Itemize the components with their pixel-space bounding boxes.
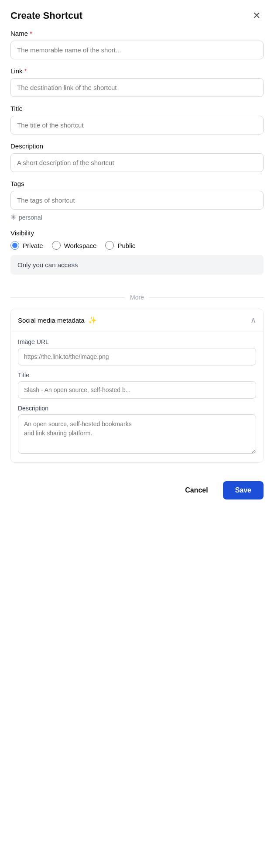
social-title-label: Title [18, 372, 256, 379]
tag-hint-label: personal [19, 214, 42, 221]
title-input[interactable] [10, 116, 264, 134]
title-field-group: Title [10, 105, 264, 134]
tags-input[interactable] [10, 191, 264, 210]
visibility-field-group: Visibility Private Workspace Public Only… [10, 229, 264, 282]
visibility-option-private[interactable]: Private [10, 241, 43, 250]
social-description-label: Description [18, 405, 256, 412]
social-title-input[interactable] [18, 381, 256, 399]
create-shortcut-modal: Create Shortcut ✕ Name * Link * Title [0, 0, 274, 512]
accordion-body: Image URL Title Description [11, 331, 263, 462]
description-label: Description [10, 142, 264, 150]
image-url-label: Image URL [18, 338, 256, 345]
modal-body: Name * Link * Title Description [0, 30, 274, 471]
link-field-group: Link * [10, 67, 264, 97]
modal-footer: Cancel Save [0, 471, 274, 512]
image-url-field-group: Image URL [18, 338, 256, 365]
name-field-group: Name * [10, 30, 264, 59]
accordion-chevron-up-icon: ∧ [250, 315, 256, 325]
modal-header: Create Shortcut ✕ [0, 0, 274, 30]
link-required-star: * [24, 67, 27, 75]
accordion-header[interactable]: Social media metadata ✨ ∧ [11, 309, 263, 331]
visibility-option-workspace[interactable]: Workspace [52, 241, 97, 250]
name-required-star: * [30, 30, 32, 37]
visibility-radio-workspace[interactable] [52, 241, 61, 250]
visibility-public-label: Public [117, 242, 135, 249]
more-divider-label: More [130, 294, 144, 301]
name-input[interactable] [10, 41, 264, 59]
visibility-description: Only you can access [10, 255, 264, 275]
social-description-textarea[interactable] [18, 414, 256, 454]
visibility-option-public[interactable]: Public [105, 241, 135, 250]
description-input[interactable] [10, 153, 264, 172]
close-button[interactable]: ✕ [250, 9, 264, 23]
tag-hint: ✳ personal [10, 213, 264, 221]
sparkle-icon: ✨ [88, 316, 97, 324]
save-button[interactable]: Save [223, 481, 264, 499]
visibility-label: Visibility [10, 229, 264, 237]
cancel-button[interactable]: Cancel [175, 481, 217, 499]
accordion-label: Social media metadata [18, 317, 85, 324]
visibility-radio-private[interactable] [10, 241, 19, 250]
visibility-workspace-label: Workspace [64, 242, 97, 249]
accordion-header-left: Social media metadata ✨ [18, 316, 97, 324]
close-icon: ✕ [253, 10, 260, 21]
image-url-input[interactable] [18, 348, 256, 365]
visibility-radio-public[interactable] [105, 241, 114, 250]
link-label: Link * [10, 67, 264, 75]
social-media-accordion: Social media metadata ✨ ∧ Image URL Titl… [10, 309, 264, 463]
title-label: Title [10, 105, 264, 112]
social-title-field-group: Title [18, 372, 256, 399]
modal-title: Create Shortcut [10, 10, 82, 21]
description-field-group: Description [10, 142, 264, 172]
link-input[interactable] [10, 78, 264, 97]
name-label: Name * [10, 30, 264, 37]
more-divider: More [10, 294, 264, 301]
tags-label: Tags [10, 180, 264, 187]
tag-asterisk-icon: ✳ [10, 213, 16, 221]
social-description-field-group: Description [18, 405, 256, 455]
tags-field-group: Tags ✳ personal [10, 180, 264, 221]
visibility-private-label: Private [23, 242, 43, 249]
visibility-options: Private Workspace Public [10, 241, 264, 250]
